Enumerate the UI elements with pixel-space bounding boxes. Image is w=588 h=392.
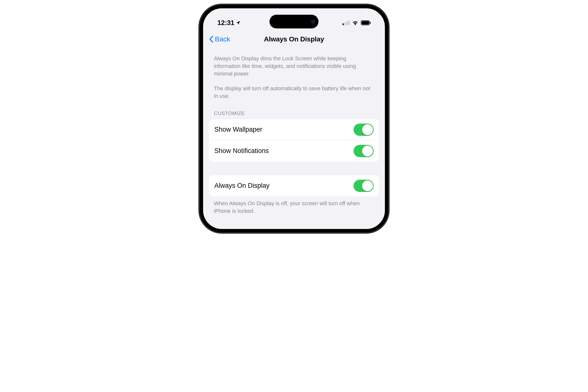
toggle-knob xyxy=(362,180,373,191)
phone-frame: 12:31 xyxy=(200,5,388,232)
row-label-always-on-display: Always On Display xyxy=(214,182,270,190)
back-label: Back xyxy=(215,35,230,43)
svg-rect-1 xyxy=(362,21,369,24)
row-show-wallpaper: Show Wallpaper xyxy=(209,119,379,140)
svg-rect-2 xyxy=(370,22,371,24)
footer-text: When Always On Display is off, your scre… xyxy=(209,196,379,215)
toggle-knob xyxy=(362,124,373,135)
row-always-on-display: Always On Display xyxy=(209,175,379,196)
location-icon xyxy=(236,20,241,25)
status-left: 12:31 xyxy=(217,19,241,27)
settings-group-main: Always On Display xyxy=(209,175,379,196)
navigation-bar: Back Always On Display xyxy=(203,30,385,49)
status-time: 12:31 xyxy=(217,19,234,27)
cellular-signal-icon xyxy=(342,20,350,25)
status-right xyxy=(342,20,371,25)
description-paragraph-1: Always On Display dims the Lock Screen w… xyxy=(209,49,379,78)
description-paragraph-2: The display will turn off automatically … xyxy=(209,78,379,100)
back-button[interactable]: Back xyxy=(209,35,230,43)
toggle-show-wallpaper[interactable] xyxy=(353,124,374,136)
wifi-icon xyxy=(352,20,358,25)
battery-icon xyxy=(361,20,371,25)
row-label-show-notifications: Show Notifications xyxy=(214,147,269,155)
toggle-knob xyxy=(362,146,373,156)
section-header-customize: CUSTOMIZE xyxy=(209,100,379,119)
row-label-show-wallpaper: Show Wallpaper xyxy=(214,126,262,133)
toggle-show-notifications[interactable] xyxy=(353,145,374,157)
page-title: Always On Display xyxy=(264,35,324,43)
row-show-notifications: Show Notifications xyxy=(209,140,379,162)
chevron-left-icon xyxy=(209,36,214,43)
settings-group-customize: Show Wallpaper Show Notifications xyxy=(209,119,379,162)
front-camera xyxy=(311,19,315,24)
dynamic-island xyxy=(270,15,318,28)
content-area: Always On Display dims the Lock Screen w… xyxy=(203,49,385,215)
toggle-always-on-display[interactable] xyxy=(353,180,374,192)
